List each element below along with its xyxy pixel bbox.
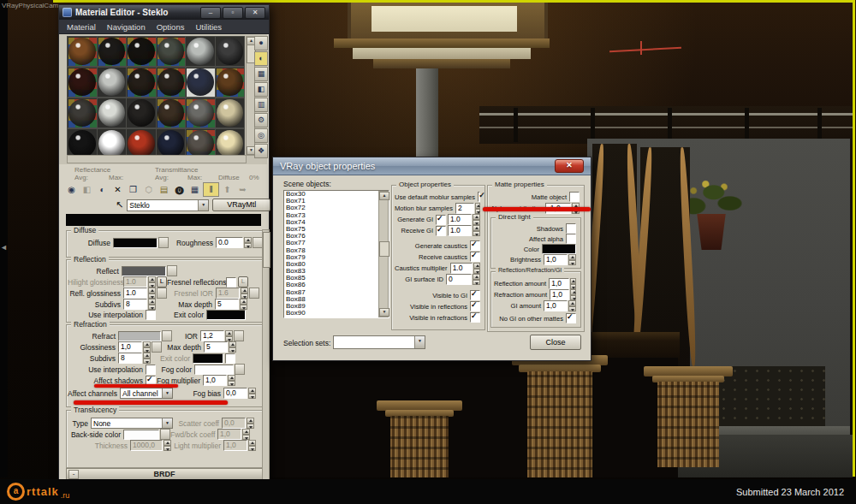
matte-object-checkbox[interactable] <box>569 192 580 202</box>
fog-bias-field[interactable]: 0,0 <box>223 388 247 399</box>
material-sample-slot[interactable] <box>156 98 187 128</box>
hilight-glossiness-spinner[interactable] <box>148 276 156 288</box>
params-scrollbar[interactable] <box>262 229 270 481</box>
light-multiplier-spinner[interactable] <box>248 440 256 451</box>
material-sample-slot[interactable] <box>67 67 98 98</box>
pick-material-icon[interactable]: ↖ <box>116 199 123 210</box>
material-editor-titlebar[interactable]: Material Editor - Steklo – ▫ ✕ <box>59 5 269 20</box>
material-sample-slot[interactable] <box>215 36 246 67</box>
roughness-field[interactable]: 0.0 <box>216 237 243 248</box>
show-map-in-viewport-icon[interactable]: ▦ <box>187 183 202 196</box>
scatter-coeff-spinner[interactable] <box>247 418 254 429</box>
refraction-glossiness-spinner[interactable] <box>143 341 151 353</box>
backside-color-swatch[interactable] <box>123 430 159 440</box>
generate-gi-spinner[interactable] <box>473 214 480 225</box>
params-scroll-thumb[interactable] <box>263 232 270 268</box>
fwd-bck-coeff-spinner[interactable] <box>242 429 250 440</box>
combo-arrow-icon[interactable]: ▼ <box>414 336 425 348</box>
fresnel-ior-field[interactable]: 1.6 <box>216 288 240 299</box>
close-button[interactable]: ✕ <box>245 7 265 19</box>
translucency-type-combo[interactable]: None ▼ <box>91 418 173 429</box>
receive-gi-spinner[interactable] <box>473 225 480 236</box>
material-sample-slot[interactable] <box>97 36 128 67</box>
background-icon[interactable]: ▦ <box>254 67 268 81</box>
scroll-up-icon[interactable]: ▲ <box>379 192 389 200</box>
sample-horizontal-scrollbar[interactable] <box>67 155 247 163</box>
minimize-button[interactable]: – <box>200 7 221 19</box>
visible-to-gi-checkbox[interactable] <box>470 290 480 300</box>
gi-surface-id-field[interactable]: 0 <box>446 274 472 285</box>
refraction-subdivs-spinner[interactable] <box>143 353 151 364</box>
arttalk-logo[interactable]: a rttalk .ru <box>7 483 69 501</box>
gi-amount-field[interactable]: 1,0 <box>544 300 568 311</box>
affect-channels-combo[interactable]: All channel ▼ <box>120 388 173 399</box>
fresnel-reflections-checkbox[interactable] <box>226 277 236 288</box>
diffuse-map-button[interactable] <box>158 237 169 248</box>
material-sample-slot[interactable] <box>215 67 246 98</box>
shadows-checkbox[interactable] <box>566 223 576 234</box>
list-scrollbar[interactable]: ▲ ▼ <box>378 191 389 317</box>
scroll-thumb[interactable] <box>379 241 389 257</box>
diffuse-color-swatch[interactable] <box>113 238 158 248</box>
reflection-max-depth-field[interactable]: 5 <box>215 299 239 310</box>
backlight-icon[interactable]: ◐ <box>254 51 268 66</box>
refraction-use-interpolation-checkbox[interactable] <box>146 365 156 375</box>
reflection-exit-color-swatch[interactable] <box>206 310 246 320</box>
material-sample-slot[interactable] <box>97 67 128 98</box>
material-sample-slot[interactable] <box>215 98 246 128</box>
scene-objects-list[interactable]: Box30Box71Box72Box73Box74Box75Box76Box77… <box>283 190 389 318</box>
material-id-channel-icon[interactable]: ⓿ <box>172 183 187 196</box>
fresnel-ior-map-button[interactable] <box>249 288 259 299</box>
scatter-coeff-field[interactable]: 0,0 <box>222 418 246 429</box>
affect-alpha-checkbox[interactable] <box>566 234 576 244</box>
combo-arrow-icon[interactable]: ▼ <box>162 418 172 428</box>
refract-map-button[interactable] <box>162 330 172 341</box>
video-color-check-icon[interactable]: ▥ <box>254 98 268 112</box>
use-default-moblur-checkbox[interactable] <box>478 192 480 202</box>
reflection-amount-field[interactable]: 1,0 <box>549 278 569 289</box>
refl-glossiness-map-button[interactable] <box>157 288 167 299</box>
hilight-glossiness-field[interactable]: 1.0 <box>123 276 147 288</box>
thickness-field[interactable]: 1000,0 <box>130 440 163 451</box>
go-forward-sibling-icon[interactable]: ➥ <box>235 183 250 196</box>
scene-object-item[interactable]: Box91 <box>284 317 389 318</box>
receive-gi-checkbox[interactable] <box>436 226 446 236</box>
refraction-glossiness-field[interactable]: 1,0 <box>118 341 142 353</box>
select-by-material-icon[interactable]: ◎ <box>254 128 268 143</box>
ior-spinner[interactable] <box>225 330 233 341</box>
brightness-spinner[interactable] <box>568 254 576 265</box>
brightness-field[interactable]: 1,0 <box>544 254 568 265</box>
generate-gi-checkbox[interactable] <box>436 215 446 225</box>
material-sample-slot[interactable] <box>156 36 187 67</box>
material-sample-slot[interactable] <box>67 36 98 67</box>
reflect-map-button[interactable] <box>167 265 177 276</box>
backside-color-map-button[interactable] <box>160 429 170 440</box>
refract-color-swatch[interactable] <box>118 331 161 341</box>
material-sample-slot[interactable] <box>185 67 216 98</box>
go-to-parent-icon[interactable]: ⬆ <box>220 183 235 196</box>
light-multiplier-field[interactable]: 1,0 <box>223 440 247 451</box>
material-map-navigator-icon[interactable]: ❖ <box>254 144 268 158</box>
hilight-lock-button[interactable]: L <box>157 276 167 288</box>
sample-type-icon[interactable]: ● <box>254 36 268 50</box>
reflection-subdivs-spinner[interactable] <box>148 299 156 310</box>
receive-gi-field[interactable]: 1.0 <box>448 225 472 236</box>
reflection-max-depth-spinner[interactable] <box>240 299 247 310</box>
gi-surface-id-spinner[interactable] <box>473 274 480 285</box>
material-sample-slot[interactable] <box>185 98 216 128</box>
material-sample-slot[interactable] <box>126 67 157 98</box>
menu-navigation[interactable]: Navigation <box>107 22 146 32</box>
reflection-subdivs-field[interactable]: 8 <box>123 299 147 310</box>
no-gi-other-mattes-checkbox[interactable] <box>566 313 576 323</box>
fresnel-ior-spinner[interactable] <box>241 288 248 299</box>
fog-bias-spinner[interactable] <box>248 388 256 399</box>
material-sample-slot[interactable] <box>185 36 216 67</box>
generate-gi-field[interactable]: 1.0 <box>448 214 472 225</box>
fwd-bck-coeff-field[interactable]: 1,0 <box>217 429 241 440</box>
material-sample-slot[interactable] <box>97 98 128 128</box>
material-name-combo[interactable]: Steklo ▼ <box>127 199 209 211</box>
menu-options[interactable]: Options <box>157 22 185 32</box>
reflect-color-swatch[interactable] <box>122 266 166 276</box>
menu-utilities[interactable]: Utilities <box>195 22 222 32</box>
roughness-spinner[interactable] <box>244 237 252 248</box>
